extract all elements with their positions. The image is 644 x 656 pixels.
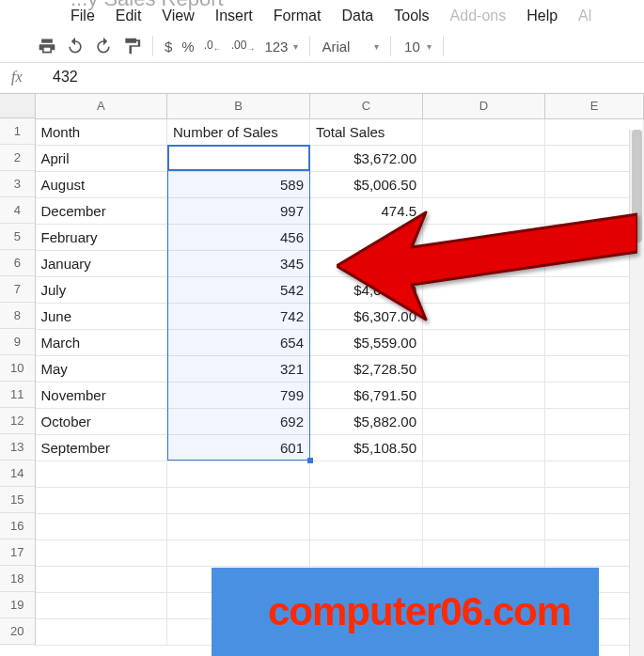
cell[interactable]: $2, 2.50 (310, 250, 423, 276)
cell[interactable] (36, 513, 167, 539)
cell[interactable] (36, 461, 167, 487)
table-row[interactable]: June742$6,307.00 (36, 303, 644, 329)
cell[interactable]: July (36, 276, 167, 303)
cell[interactable]: $5,006.50 (310, 171, 423, 197)
cell[interactable] (167, 487, 310, 513)
col-header-B[interactable]: B (167, 94, 310, 118)
table-row[interactable]: February4565.00 (36, 224, 644, 250)
cell[interactable]: 997 (167, 197, 310, 224)
cell[interactable] (423, 513, 545, 539)
cell[interactable]: 542 (167, 276, 310, 303)
cell[interactable]: 589 (167, 171, 310, 197)
cell[interactable] (423, 382, 545, 408)
font-size-dropdown[interactable]: 10▾ (402, 39, 432, 55)
table-row[interactable]: September601$5,108.50 (36, 434, 644, 461)
cell[interactable]: $3,672.00 (310, 145, 423, 171)
row-header[interactable]: 20 (0, 618, 35, 645)
increase-decimal-button[interactable]: .00→ (231, 39, 256, 54)
menu-tools[interactable]: Tools (394, 8, 429, 24)
cell[interactable] (310, 461, 423, 487)
cell[interactable] (423, 224, 545, 250)
paint-format-icon[interactable] (122, 37, 141, 55)
cell[interactable] (167, 461, 310, 487)
cell[interactable] (423, 539, 545, 566)
cell[interactable] (423, 487, 545, 513)
cell[interactable]: 474.5 (310, 197, 423, 224)
table-row[interactable]: November799$6,791.50 (36, 382, 644, 408)
cell[interactable] (423, 171, 545, 197)
menu-help[interactable]: Help (526, 8, 558, 24)
cell[interactable]: October (36, 408, 167, 434)
cell[interactable]: $6,307.00 (310, 303, 423, 329)
cell[interactable] (423, 303, 545, 329)
cell[interactable] (423, 461, 545, 487)
table-row[interactable]: January345$2, 2.50 (36, 250, 644, 276)
cell[interactable]: September (36, 434, 167, 461)
col-header-A[interactable]: A (36, 94, 167, 118)
cell[interactable]: 742 (167, 303, 310, 329)
cell[interactable]: 456 (167, 224, 310, 250)
cell[interactable]: $5,882.00 (310, 408, 423, 434)
row-header[interactable]: 1 (0, 118, 35, 145)
cell[interactable] (423, 145, 545, 171)
scrollbar-thumb[interactable] (632, 130, 642, 242)
cell[interactable] (36, 487, 167, 513)
table-row[interactable] (36, 539, 644, 566)
cell[interactable]: 432 (167, 145, 310, 171)
cell[interactable]: January (36, 250, 167, 276)
cell[interactable] (310, 539, 423, 566)
row-header[interactable]: 12 (0, 408, 35, 434)
table-row[interactable] (36, 513, 644, 539)
row-header[interactable]: 5 (0, 224, 35, 250)
cell[interactable] (423, 329, 545, 355)
table-row[interactable]: April432$3,672.00 (36, 145, 644, 171)
cell[interactable] (310, 513, 423, 539)
table-row[interactable]: October692$5,882.00 (36, 408, 644, 434)
print-icon[interactable] (38, 37, 56, 55)
col-header-D[interactable]: D (423, 94, 545, 118)
col-header-C[interactable]: C (310, 94, 423, 118)
row-header[interactable]: 8 (0, 303, 35, 329)
menu-data[interactable]: Data (341, 8, 373, 24)
cell[interactable]: $2,728.50 (310, 355, 423, 382)
cell[interactable]: 345 (167, 250, 310, 276)
spreadsheet[interactable]: 1234567891011121314151617181920 A B C D … (0, 94, 644, 646)
row-header[interactable]: 6 (0, 250, 35, 276)
cell[interactable]: Number of Sales (167, 118, 310, 145)
table-row[interactable]: August589$5,006.50 (36, 171, 644, 197)
cell[interactable]: 654 (167, 329, 310, 355)
percent-button[interactable]: % (181, 39, 194, 55)
cell[interactable] (423, 408, 545, 434)
cell[interactable] (167, 539, 310, 566)
number-format-dropdown[interactable]: 123▾ (264, 39, 298, 55)
row-header[interactable]: 13 (0, 434, 35, 461)
table-row[interactable]: December997474.5 (36, 197, 644, 224)
cell[interactable]: 799 (167, 382, 310, 408)
row-header[interactable]: 4 (0, 197, 35, 224)
formula-input[interactable] (49, 67, 636, 87)
row-header[interactable]: 7 (0, 276, 35, 303)
menu-addons[interactable]: Add-ons (450, 8, 507, 24)
cell[interactable]: Total Sales (310, 118, 423, 145)
table-row[interactable] (36, 487, 644, 513)
cell[interactable]: April (36, 145, 167, 171)
row-header[interactable]: 17 (0, 539, 35, 566)
cell[interactable] (423, 250, 545, 276)
row-header[interactable]: 10 (0, 355, 35, 382)
cell[interactable]: June (36, 303, 167, 329)
row-header[interactable]: 2 (0, 145, 35, 171)
cell[interactable]: Month (36, 118, 167, 145)
row-header[interactable]: 15 (0, 487, 35, 513)
cell[interactable] (36, 592, 167, 618)
cell[interactable]: February (36, 224, 167, 250)
cell[interactable] (423, 355, 545, 382)
cell[interactable] (423, 434, 545, 461)
col-header-E[interactable]: E (545, 94, 644, 118)
row-header[interactable]: 19 (0, 592, 35, 618)
cell[interactable]: 321 (167, 355, 310, 382)
cell[interactable] (423, 276, 545, 303)
table-row[interactable]: July542$4,607.00 (36, 276, 644, 303)
grid-area[interactable]: A B C D E Month Number of Sales Total Sa… (36, 94, 645, 646)
cell[interactable]: $4,607.00 (310, 276, 423, 303)
table-row[interactable] (36, 461, 644, 487)
